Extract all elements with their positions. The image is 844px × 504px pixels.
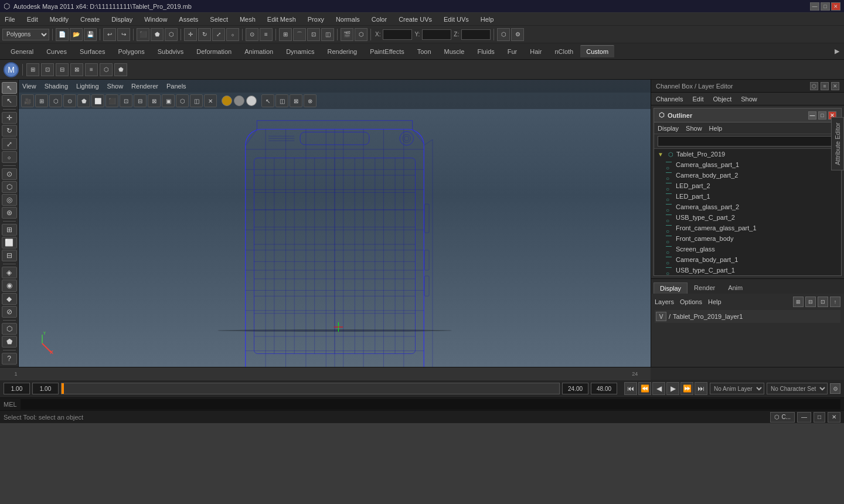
vp-tb-crease[interactable]: ◫ <box>190 94 203 107</box>
menu-proxy[interactable]: Proxy <box>305 15 326 24</box>
vp-tb-x[interactable]: ✕ <box>204 94 217 107</box>
tab-muscle[interactable]: Muscle <box>438 46 471 57</box>
cb-ctrl-close[interactable]: ✕ <box>831 82 839 90</box>
tree-item-cam-glass-2[interactable]: —○ Camera_glass_part_2 <box>654 202 841 212</box>
tb-save[interactable]: 💾 <box>84 28 97 41</box>
play-fwd-btn[interactable]: ▶ <box>666 382 679 395</box>
rotate-btn[interactable]: ↻ <box>2 125 17 137</box>
tb-redo[interactable]: ↪ <box>117 28 130 41</box>
menu-edit[interactable]: Edit <box>25 15 40 24</box>
lt-15[interactable]: ◆ <box>2 293 17 305</box>
tab-custom[interactable]: Custom <box>580 45 614 57</box>
lt-8[interactable]: ◎ <box>2 194 17 206</box>
outliner-maximize-btn[interactable]: □ <box>818 111 826 120</box>
sub-tb-2[interactable]: ⊡ <box>41 63 54 76</box>
vp-tb-uvs[interactable]: ⬡ <box>176 94 189 107</box>
tree-item-led-1[interactable]: —○ LED_part_1 <box>654 191 841 202</box>
tab-dynamics[interactable]: Dynamics <box>280 46 320 57</box>
menu-assets[interactable]: Assets <box>176 15 200 24</box>
move-btn[interactable]: ✛ <box>2 112 17 124</box>
menu-window[interactable]: Window <box>142 15 169 24</box>
skip-to-end-btn[interactable]: ⏭ <box>695 382 707 395</box>
lt-7[interactable]: ⬡ <box>2 181 17 193</box>
tb-snap-surface[interactable]: ◫ <box>321 28 334 41</box>
tab-fur[interactable]: Fur <box>502 46 523 57</box>
tree-item-screen-glass[interactable]: —○ Screen_glass <box>654 244 841 254</box>
light-icon-1[interactable] <box>222 96 232 106</box>
tb-move[interactable]: ✛ <box>184 28 197 41</box>
tree-item-cam-body-1[interactable]: —○ Camera_body_part_1 <box>654 254 841 265</box>
tb-input-mode[interactable]: ⬡ <box>497 28 510 41</box>
menu-edit-uvs[interactable]: Edit UVs <box>441 15 471 24</box>
close-button[interactable]: ✕ <box>831 2 840 11</box>
menu-color[interactable]: Color <box>369 15 389 24</box>
layer-name[interactable]: Tablet_Pro_2019_layer1 <box>673 313 839 320</box>
tb-new[interactable]: 📄 <box>56 28 69 41</box>
tree-item-front-cam-body[interactable]: —○ Front_camera_body <box>654 233 841 244</box>
transform-btn[interactable]: ⬦ <box>2 151 17 163</box>
lt-9[interactable]: ⊛ <box>2 207 17 219</box>
cb-ctrl-icons[interactable]: ⬡ <box>810 82 818 90</box>
tb-open[interactable]: 📂 <box>70 28 83 41</box>
tree-item-cam-body-2[interactable]: —○ Camera_body_part_2 <box>654 170 841 181</box>
vp-menu-view[interactable]: View <box>22 83 36 90</box>
outliner-minimize-btn[interactable]: — <box>808 111 816 120</box>
vp-tb-shade1[interactable]: ⊡ <box>120 94 132 107</box>
vp-menu-panels[interactable]: Panels <box>166 83 186 90</box>
z-input[interactable] <box>461 29 491 40</box>
vp-tb-cam[interactable]: 🎥 <box>21 94 34 107</box>
lt-13[interactable]: ◈ <box>2 267 17 278</box>
menu-create[interactable]: Create <box>78 15 102 24</box>
tb-soft-sel[interactable]: ⊙ <box>246 28 258 41</box>
tree-item-root[interactable]: ▼ ⬡ Tablet_Pro_2019 <box>654 149 841 159</box>
tb-render-region[interactable]: ⬡ <box>355 28 367 41</box>
vp-tb-shade2[interactable]: ⊟ <box>134 94 147 107</box>
light-icon-3[interactable] <box>246 96 257 106</box>
play-back-btn[interactable]: ◀ <box>652 382 665 395</box>
vp-tb-multi3[interactable]: ⊗ <box>304 94 316 107</box>
step-back-btn[interactable]: ⏪ <box>638 382 651 395</box>
lt-10[interactable]: ⊞ <box>2 224 17 236</box>
sub-tb-4[interactable]: ⊠ <box>70 63 83 76</box>
vp-tb-snap[interactable]: ⊙ <box>63 94 76 107</box>
outliner-search-input[interactable] <box>658 136 838 147</box>
channels-menu[interactable]: Channels <box>656 96 683 103</box>
tree-item-front-cam-glass-1[interactable]: —○ Front_camera_glass_part_1 <box>654 223 841 233</box>
edit-menu[interactable]: Edit <box>692 96 703 103</box>
sub-tb-5[interactable]: ≡ <box>85 63 98 76</box>
maximize-button[interactable]: □ <box>821 2 830 11</box>
tb-scale[interactable]: ⤢ <box>212 28 225 41</box>
paint-select-btn[interactable]: ↖ <box>2 95 17 107</box>
lt-12[interactable]: ⊟ <box>2 250 17 261</box>
tb-lasso[interactable]: ⬟ <box>151 28 164 41</box>
options-menu[interactable]: Options <box>680 298 702 305</box>
sub-tb-1[interactable]: ⊞ <box>26 63 39 76</box>
task-btn-2[interactable]: — <box>797 412 811 423</box>
menu-help[interactable]: Help <box>478 15 496 24</box>
vp-tb-smooth[interactable]: ⬜ <box>91 94 104 107</box>
task-btn-close[interactable]: ✕ <box>828 412 840 423</box>
sub-tb-3[interactable]: ⊟ <box>56 63 69 76</box>
viewport[interactable]: View Shading Lighting Show Renderer Pane… <box>19 80 651 367</box>
tb-snap-point[interactable]: ⊡ <box>307 28 320 41</box>
tab-toon[interactable]: Toon <box>411 46 437 57</box>
menu-create-uvs[interactable]: Create UVs <box>396 15 434 24</box>
tb-snap-curve[interactable]: ⌒ <box>293 28 306 41</box>
help-menu-dra[interactable]: Help <box>708 298 722 305</box>
timeline-ruler[interactable]: 1 24 <box>0 367 651 380</box>
vp-tb-multi1[interactable]: ◫ <box>275 94 288 107</box>
scale-btn[interactable]: ⤢ <box>2 138 17 149</box>
attribute-editor-tab[interactable]: Attribute Editor <box>831 117 844 171</box>
lt-question[interactable]: ? <box>2 353 17 365</box>
show-menu[interactable]: Show <box>741 96 757 103</box>
tab-deformation[interactable]: Deformation <box>190 46 237 57</box>
new-layer-btn[interactable]: ⊞ <box>793 297 804 307</box>
tab-fluids[interactable]: Fluids <box>471 46 500 57</box>
cb-ctrl-attr[interactable]: ≡ <box>821 82 829 90</box>
tb-render[interactable]: 🎬 <box>341 28 353 41</box>
task-btn-3[interactable]: □ <box>814 412 825 423</box>
tab-curves[interactable]: Curves <box>40 46 73 57</box>
tb-attr[interactable]: ≡ <box>260 28 273 41</box>
tb-transform[interactable]: ⬦ <box>226 28 239 41</box>
tab-scroll-right[interactable]: ▶ <box>835 47 839 55</box>
